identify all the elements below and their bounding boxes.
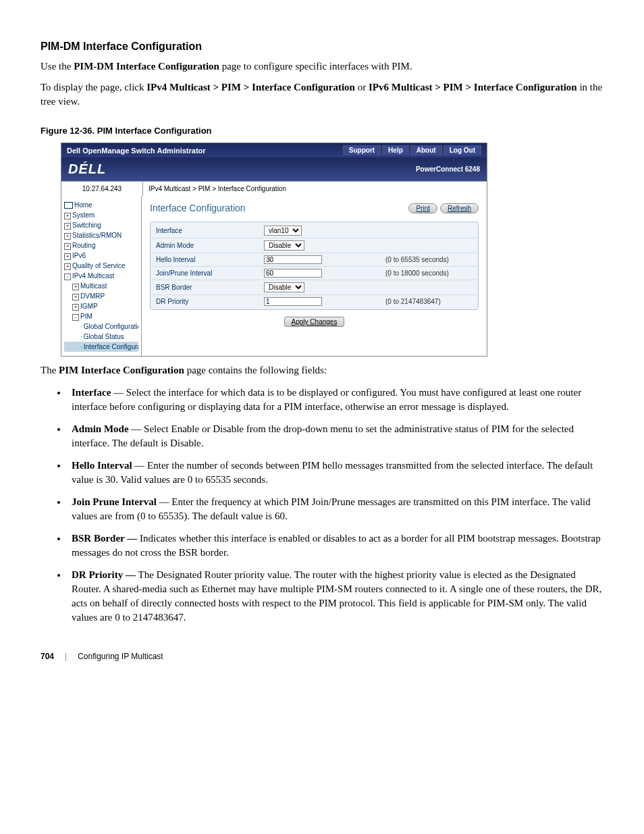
label-join-prune: Join/Prune Interval <box>156 269 264 277</box>
tree-label: Multicast <box>80 282 107 290</box>
dell-logo: DÉLL <box>68 161 106 177</box>
app-screenshot: Dell OpenManage Switch Administrator Sup… <box>61 142 487 357</box>
tree-label: IGMP <box>80 303 98 310</box>
tree-pim[interactable]: -PIM <box>64 311 138 321</box>
tree-qos[interactable]: +Quality of Service <box>64 261 138 271</box>
tree-global-config[interactable]: ·Global Configuration <box>64 321 138 332</box>
term: Interface <box>72 387 111 398</box>
expand-icon[interactable]: + <box>72 294 79 301</box>
nav-tree: Home +System +Switching +Statistics/RMON… <box>61 196 142 356</box>
expand-icon[interactable]: + <box>64 243 71 250</box>
section-heading: PIM-DM Interface Configuration <box>41 41 603 53</box>
leaf-icon: · <box>80 323 82 330</box>
tree-label: PIM <box>80 313 92 320</box>
tree-label: Global Configuration <box>84 323 138 330</box>
app-titlebar: Dell OpenManage Switch Administrator Sup… <box>61 143 487 157</box>
content-pane: Interface Configuration Print Refresh In… <box>142 196 487 356</box>
field-list: Interface — Select the interface for whi… <box>41 386 603 625</box>
admin-mode-select[interactable]: Disable <box>264 240 304 251</box>
expand-icon[interactable]: + <box>64 233 71 240</box>
tree-routing[interactable]: +Routing <box>64 240 138 251</box>
term: Join Prune Interval <box>72 496 157 507</box>
text-bold: IPv4 Multicast > PIM > Interface Configu… <box>146 82 355 93</box>
tree-interface-config[interactable]: ·Interface Configurati <box>64 342 138 352</box>
join-prune-input[interactable] <box>264 269 322 278</box>
interface-select[interactable]: vlan10 <box>264 226 302 236</box>
desc: Indicates whether this interface is enab… <box>72 533 601 558</box>
row-hello-interval: Hello Interval (0 to 65535 seconds) <box>152 253 477 267</box>
tree-label: Interface Configurati <box>84 343 138 350</box>
page-footer: 704 | Configuring IP Multicast <box>41 652 603 661</box>
expand-icon[interactable]: + <box>64 263 71 270</box>
row-interface: Interface vlan10 <box>152 224 477 238</box>
tree-multicast[interactable]: +Multicast <box>64 281 138 291</box>
tree-label: Global Status <box>84 333 124 340</box>
leaf-icon: · <box>80 343 82 350</box>
app-title: Dell OpenManage Switch Administrator <box>67 147 206 155</box>
tree-switching[interactable]: +Switching <box>64 220 138 230</box>
term: Admin Mode <box>72 423 129 434</box>
row-admin-mode: Admin Mode Disable <box>152 238 477 253</box>
label-dr-priority: DR Priority <box>156 298 264 305</box>
tree-dvmrp[interactable]: +DVMRP <box>64 291 138 301</box>
tree-label: Statistics/RMON <box>72 232 122 239</box>
content-title-row: Interface Configuration Print Refresh <box>150 203 479 213</box>
collapse-icon[interactable]: - <box>64 273 71 280</box>
bullet-interface: Interface — Select the interface for whi… <box>68 386 603 414</box>
text: The <box>41 365 59 375</box>
expand-icon[interactable]: + <box>64 253 71 260</box>
apply-changes-button[interactable]: Apply Changes <box>284 317 345 327</box>
row-dr-priority: DR Priority (0 to 2147483647) <box>152 295 477 308</box>
tree-ipv4-multicast[interactable]: -IPv4 Multicast <box>64 271 138 281</box>
ip-address: 10.27.64.243 <box>61 182 143 196</box>
text-bold: IPv6 Multicast > PIM > Interface Configu… <box>369 82 577 93</box>
home-icon <box>64 202 73 209</box>
device-name: PowerConnect 6248 <box>416 165 480 173</box>
desc: — Select the interface for which data is… <box>72 387 581 412</box>
text: or <box>355 82 369 93</box>
logout-link[interactable]: Log Out <box>444 145 481 155</box>
bsr-border-select[interactable]: Disable <box>264 282 304 292</box>
tree-igmp[interactable]: +IGMP <box>64 301 138 311</box>
refresh-button[interactable]: Refresh <box>440 203 479 213</box>
tree-label: DVMRP <box>80 292 105 300</box>
collapse-icon[interactable]: - <box>72 314 79 321</box>
text: page contains the following fields: <box>184 365 327 375</box>
tree-system[interactable]: +System <box>64 210 138 220</box>
expand-icon[interactable]: + <box>64 223 71 230</box>
separator: | <box>65 652 67 661</box>
term: DR Priority — <box>72 569 136 580</box>
row-bsr-border: BSR Border Disable <box>152 280 477 295</box>
hint-join: (0 to 18000 seconds) <box>385 269 449 277</box>
tree-global-status[interactable]: ·Global Status <box>64 332 138 342</box>
desc: The Designated Router priority value. Th… <box>72 569 601 623</box>
tree-home[interactable]: Home <box>64 200 138 210</box>
support-link[interactable]: Support <box>343 145 381 155</box>
expand-icon[interactable]: + <box>72 284 79 290</box>
app-body: Home +System +Switching +Statistics/RMON… <box>61 196 487 356</box>
expand-icon[interactable]: + <box>64 213 71 219</box>
chapter-title: Configuring IP Multicast <box>78 652 163 661</box>
dr-priority-input[interactable] <box>264 297 322 306</box>
expand-icon[interactable]: + <box>72 304 79 311</box>
logo-bar: DÉLL PowerConnect 6248 <box>61 157 487 181</box>
print-button[interactable]: Print <box>408 203 437 213</box>
desc: — Select Enable or Disable from the drop… <box>72 423 574 448</box>
about-link[interactable]: About <box>410 145 442 155</box>
tree-statistics[interactable]: +Statistics/RMON <box>64 230 138 240</box>
breadcrumb-row: 10.27.64.243 IPv4 Multicast > PIM > Inte… <box>61 181 487 196</box>
desc: — Enter the number of seconds between PI… <box>72 460 593 485</box>
help-link[interactable]: Help <box>382 145 409 155</box>
hint-hello: (0 to 65535 seconds) <box>385 256 449 263</box>
hello-interval-input[interactable] <box>264 255 322 264</box>
tree-label: System <box>72 211 95 219</box>
config-form: Interface vlan10 Admin Mode Disable Hell… <box>150 221 479 310</box>
label-admin-mode: Admin Mode <box>156 242 264 249</box>
figure-caption: Figure 12-36. PIM Interface Configuratio… <box>41 126 603 136</box>
term: Hello Interval <box>72 460 132 471</box>
action-buttons: Print Refresh <box>408 203 479 213</box>
page-title: Interface Configuration <box>150 203 246 213</box>
tree-ipv6[interactable]: +IPv6 <box>64 251 138 261</box>
text-bold: PIM-DM Interface Configuration <box>74 61 219 72</box>
breadcrumb: IPv4 Multicast > PIM > Interface Configu… <box>143 182 292 196</box>
